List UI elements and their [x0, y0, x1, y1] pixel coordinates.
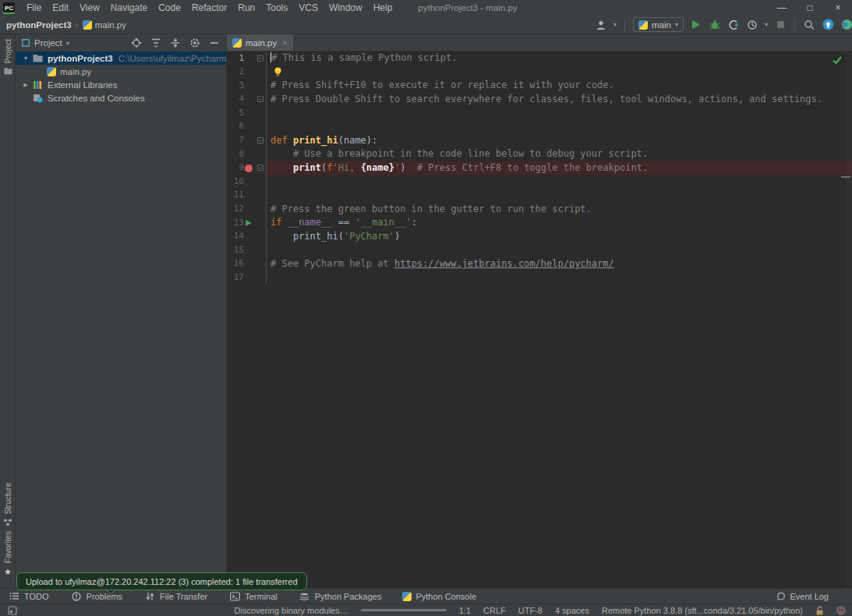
toolwindow-button-file-transfer[interactable]: File Transfer: [143, 590, 207, 603]
code-line-5[interactable]: 5: [227, 106, 852, 120]
gutter[interactable]: 1: [227, 51, 266, 65]
code-text[interactable]: [266, 120, 852, 134]
gutter[interactable]: 8: [227, 147, 266, 161]
gutter[interactable]: 3: [227, 79, 266, 93]
code-area[interactable]: 1# This is a sample Python script.23# Pr…: [227, 51, 852, 588]
gutter[interactable]: 7: [227, 134, 266, 148]
menu-window[interactable]: Window: [323, 2, 368, 13]
menu-navigate[interactable]: Navigate: [105, 2, 153, 13]
menu-file[interactable]: File: [21, 2, 47, 13]
code-line-4[interactable]: 4# Press Double Shift to search everywhe…: [227, 93, 852, 107]
toolwindow-button-terminal[interactable]: Terminal: [228, 590, 278, 603]
code-line-14[interactable]: 14 print_hi('PyCharm'): [227, 230, 852, 244]
code-line-17[interactable]: 17: [227, 271, 852, 285]
fold-icon[interactable]: [257, 96, 263, 102]
code-text[interactable]: [266, 175, 852, 189]
tree-item-external-libraries[interactable]: ▶External Libraries: [16, 78, 226, 91]
code-text[interactable]: [266, 65, 852, 80]
search-everywhere-icon[interactable]: [803, 19, 815, 31]
gutter[interactable]: 13: [227, 216, 266, 230]
close-button[interactable]: ×: [824, 0, 852, 16]
code-line-2[interactable]: 2: [227, 65, 852, 80]
chevron-down-icon[interactable]: ▼: [20, 55, 31, 61]
fold-icon[interactable]: [257, 165, 263, 171]
highlighting-level-icon[interactable]: [836, 606, 846, 615]
coverage-button[interactable]: [727, 19, 740, 31]
breadcrumb-file[interactable]: main.py: [83, 20, 126, 30]
code-text[interactable]: print_hi('PyCharm'): [266, 230, 852, 244]
code-text[interactable]: [266, 271, 852, 285]
code-line-15[interactable]: 15: [227, 243, 852, 257]
code-text[interactable]: def print_hi(name):: [266, 134, 852, 148]
code-line-16[interactable]: 16# See PyCharm help at https://www.jetb…: [227, 257, 852, 271]
gutter[interactable]: 16: [227, 257, 266, 271]
code-line-1[interactable]: 1# This is a sample Python script.: [227, 51, 852, 65]
code-line-3[interactable]: 3# Press Shift+F10 to execute it or repl…: [227, 79, 852, 93]
editor-scrollbar[interactable]: [846, 51, 852, 588]
chevron-down-icon[interactable]: ▾: [66, 40, 69, 47]
code-text[interactable]: # Press the green button in the gutter t…: [266, 203, 852, 217]
lock-icon[interactable]: [815, 606, 824, 615]
gutter[interactable]: 4: [227, 93, 266, 107]
user-account-icon[interactable]: [595, 19, 607, 31]
toolwindow-button-python-console[interactable]: Python Console: [402, 592, 476, 601]
menu-run[interactable]: Run: [232, 2, 260, 13]
breakpoint-icon[interactable]: [245, 165, 253, 172]
settings-gear-icon[interactable]: [189, 37, 201, 49]
gutter[interactable]: 17: [227, 271, 266, 285]
code-line-8[interactable]: 8 # Use a breakpoint in the code line be…: [227, 147, 852, 161]
code-text[interactable]: # Press Shift+F10 to execute it or repla…: [266, 79, 852, 93]
code-text[interactable]: # This is a sample Python script.: [266, 51, 852, 65]
intention-bulb-icon[interactable]: [274, 67, 282, 77]
gutter[interactable]: 14: [227, 230, 266, 244]
gutter[interactable]: 12: [227, 203, 266, 217]
code-text[interactable]: [266, 189, 852, 203]
toolwindow-button-todo[interactable]: TODO: [8, 590, 49, 603]
collapse-all-icon[interactable]: [169, 37, 182, 49]
code-line-12[interactable]: 12# Press the green button in the gutter…: [227, 203, 852, 217]
code-text[interactable]: # Press Double Shift to search everywher…: [266, 93, 852, 107]
line-separator[interactable]: CRLF: [483, 606, 506, 615]
chevron-right-icon[interactable]: ▶: [20, 82, 31, 88]
run-gutter-icon[interactable]: [246, 220, 252, 226]
locate-file-icon[interactable]: [130, 37, 143, 49]
code-text[interactable]: [266, 106, 852, 120]
gutter[interactable]: 6: [227, 120, 266, 134]
run-button[interactable]: [690, 19, 702, 31]
tree-item-scratches-and-consoles[interactable]: Scratches and Consoles: [16, 91, 226, 104]
progress-bar[interactable]: [361, 609, 447, 611]
stripe-tab-structure[interactable]: Structure: [4, 483, 12, 526]
chevron-down-icon[interactable]: ▾: [765, 21, 768, 28]
file-encoding[interactable]: UTF-8: [518, 606, 543, 615]
menu-vcs[interactable]: VCS: [293, 2, 323, 13]
run-config-select[interactable]: main ▾: [633, 17, 684, 32]
expand-all-icon[interactable]: [150, 37, 162, 49]
code-line-7[interactable]: 7def print_hi(name):: [227, 134, 852, 148]
code-line-13[interactable]: 13if __name__ == '__main__':: [227, 216, 852, 230]
tab-close-icon[interactable]: ×: [282, 38, 287, 48]
stripe-tab-favorites[interactable]: Favorites ★: [4, 531, 12, 577]
code-line-9[interactable]: 9 print(f'Hi, {name}') # Press Ctrl+F8 t…: [227, 161, 852, 175]
code-text[interactable]: [266, 243, 852, 257]
profiler-button[interactable]: [746, 19, 758, 31]
minimize-button[interactable]: —: [768, 0, 796, 16]
menu-view[interactable]: View: [74, 2, 105, 13]
code-with-me-icon[interactable]: [840, 19, 852, 31]
python-interpreter[interactable]: Remote Python 3.8.8 (sft...conda/3.21.05…: [602, 606, 803, 615]
code-text[interactable]: # Use a breakpoint in the code line belo…: [266, 147, 852, 161]
code-text[interactable]: # See PyCharm help at https://www.jetbra…: [266, 257, 852, 271]
menu-edit[interactable]: Edit: [47, 2, 74, 13]
stripe-tab-project[interactable]: Project: [4, 39, 12, 75]
tool-window-switcher-icon[interactable]: [6, 604, 19, 616]
fold-icon[interactable]: [257, 55, 263, 62]
code-line-11[interactable]: 11: [227, 189, 852, 203]
upload-notification[interactable]: Upload to ufyilmaz@172.20.242.112:22 (3)…: [16, 572, 307, 590]
error-stripe-mark[interactable]: [841, 176, 850, 178]
event-log-button[interactable]: Event Log: [776, 592, 829, 601]
menu-refactor[interactable]: Refactor: [186, 2, 232, 13]
code-line-6[interactable]: 6: [227, 120, 852, 134]
toolwindow-button-python-packages[interactable]: Python Packages: [299, 590, 382, 603]
toolwindow-button-problems[interactable]: Problems: [70, 590, 122, 603]
menu-code[interactable]: Code: [153, 2, 186, 13]
indent-setting[interactable]: 4 spaces: [555, 606, 589, 615]
